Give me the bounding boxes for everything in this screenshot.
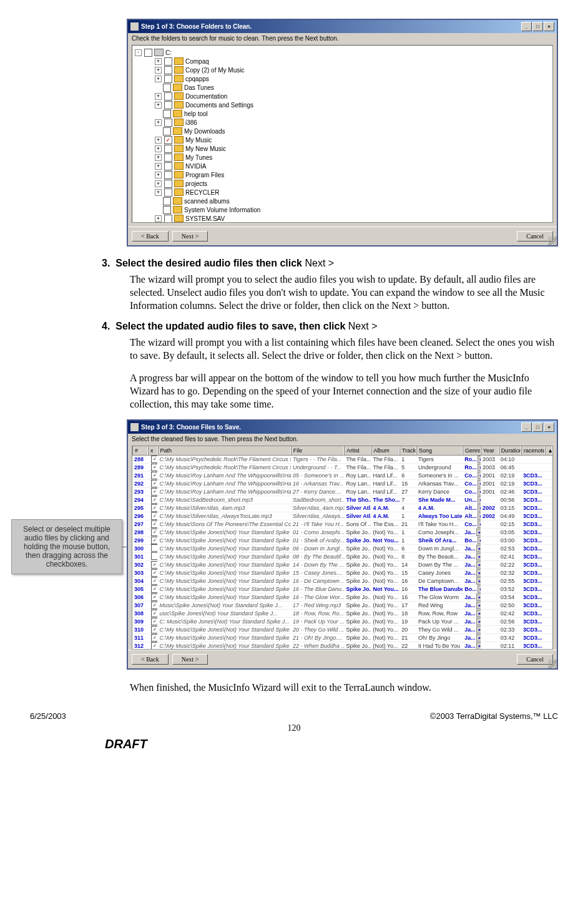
back-button[interactable]: < Back [132, 654, 169, 665]
step3-body: The wizard will prompt you to select the… [130, 273, 558, 312]
dialog-step1: Step 1 of 3: Choose Folders to Clean. _ … [127, 19, 558, 247]
step4-heading: 4. Select the updated audio files to sav… [102, 321, 558, 332]
callout-tip: Select or deselect multiple audio files … [11, 519, 122, 574]
draft-watermark: DRAFT [105, 737, 558, 751]
resize-grip[interactable] [548, 237, 557, 245]
minimize-button[interactable]: _ [521, 22, 532, 31]
step4-body2: A progress bar will appear on the bottom… [130, 371, 558, 411]
next-button[interactable]: Next > [172, 231, 208, 242]
footer-copyright: ©2003 TerraDigital Systems,™ LLC [430, 711, 558, 721]
maximize-button[interactable]: □ [532, 422, 543, 432]
close-button[interactable]: × [544, 22, 554, 31]
step3-heading: 3. Select the desired audio files then c… [102, 258, 558, 269]
instruction-text: Select the cleaned files to save. Then p… [128, 434, 557, 444]
folder-tree[interactable]: -C:+Compaq+Copy (2) of My Music+cpqappsD… [132, 45, 553, 223]
maximize-button[interactable]: □ [532, 22, 543, 31]
closing-text: When finished, the MusicInfo Wizard will… [130, 681, 558, 694]
titlebar: Step 3 of 3: Choose Files to Save. _ □ × [128, 421, 557, 434]
next-button[interactable]: Next > [172, 654, 208, 665]
dialog-step3: Step 3 of 3: Choose Files to Save. _ □ ×… [127, 419, 558, 670]
page-footer: 6/25/2003 ©2003 TerraDigital Systems,™ L… [30, 711, 558, 721]
step4-body1: The wizard will prompt you with a list c… [130, 336, 558, 362]
page-number: 120 [30, 723, 558, 733]
close-button[interactable]: × [544, 422, 554, 432]
back-button[interactable]: < Back [132, 231, 169, 242]
titlebar: Step 1 of 3: Choose Folders to Clean. _ … [128, 20, 557, 33]
window-title: Step 1 of 3: Choose Folders to Clean. [141, 23, 252, 30]
minimize-button[interactable]: _ [521, 422, 532, 432]
footer-date: 6/25/2003 [30, 711, 66, 721]
file-grid[interactable]: #xPathFileArtistAlbumTrackSongGenreYearD… [132, 446, 553, 650]
resize-grip[interactable] [548, 660, 557, 668]
app-icon [130, 423, 139, 431]
window-title: Step 3 of 3: Choose Files to Save. [141, 424, 241, 431]
app-icon [130, 22, 139, 31]
instruction-text: Check the folders to search for music to… [128, 33, 557, 44]
